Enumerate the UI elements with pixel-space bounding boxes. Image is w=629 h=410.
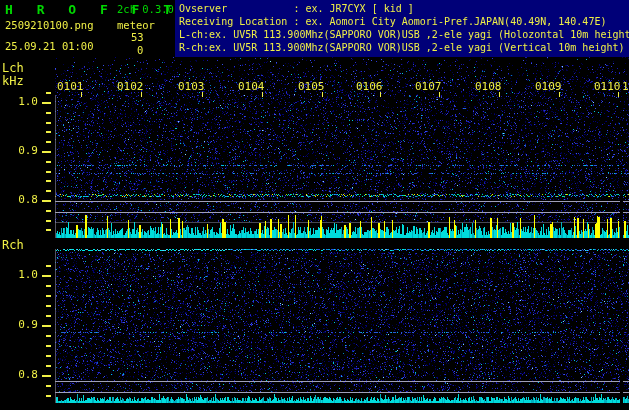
spectrogram-canvas	[0, 0, 629, 410]
meteor-count-rch: 0	[137, 44, 143, 56]
info-line-location: Receiving Location : ex. Aomori City Aom…	[175, 15, 629, 28]
info-line-observer: Ovserver : ex. JR7CYX [ kid ]	[175, 2, 629, 15]
meteor-count-lch: 53	[131, 31, 144, 43]
hrofft-screen: H R O F F T 2ch 0.3.0 2509210100.png met…	[0, 0, 629, 410]
info-line-rch: R-ch:ex. UV5R 113.900Mhz(SAPPORO VOR)USB…	[175, 41, 629, 54]
info-line-lch: L-ch:ex. UV5R 113.900Mhz(SAPPORO VOR)USB…	[175, 28, 629, 41]
filename-label: 2509210100.png	[5, 19, 94, 31]
version-label: 2ch 0.3.0	[117, 3, 174, 15]
datetime-label: 25.09.21 01:00	[5, 40, 94, 52]
header: H R O F F T 2ch 0.3.0 2509210100.png met…	[0, 0, 629, 55]
observer-info-box: Ovserver : ex. JR7CYX [ kid ] Receiving …	[175, 0, 629, 57]
meteor-counter-label: meteor	[117, 19, 155, 31]
